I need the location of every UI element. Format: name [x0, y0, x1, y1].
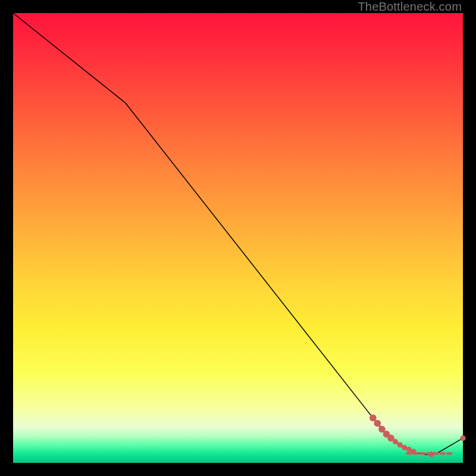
trough-dash — [440, 452, 446, 455]
data-point — [374, 420, 381, 427]
chart-container: TheBottleneck.com — [0, 0, 476, 476]
data-point — [393, 439, 398, 444]
trough-dash — [446, 452, 452, 455]
data-point — [369, 415, 377, 422]
chart-svg — [13, 13, 463, 463]
bottleneck-curve — [13, 13, 463, 455]
trough-dash — [406, 452, 412, 455]
trough-dash — [433, 452, 439, 455]
trough-dash — [413, 452, 419, 455]
watermark-text: TheBottleneck.com — [358, 0, 462, 14]
trough-dash — [419, 452, 425, 455]
data-point — [460, 436, 465, 441]
trough-dash — [426, 452, 432, 455]
